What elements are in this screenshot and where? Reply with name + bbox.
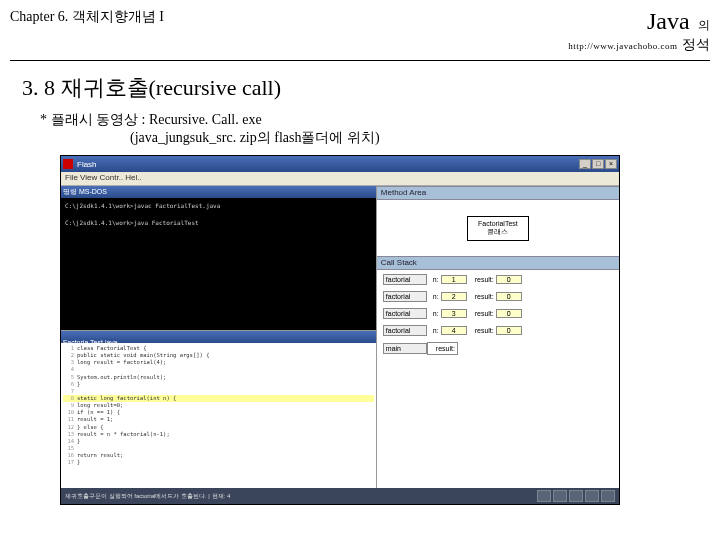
- main-frame: main result:: [383, 342, 613, 355]
- nav-first-button[interactable]: [537, 490, 551, 502]
- close-button[interactable]: ×: [605, 159, 617, 169]
- code-line: 2 public static void main(String args[])…: [63, 352, 374, 359]
- minimize-button[interactable]: _: [579, 159, 591, 169]
- code-line: 16 return result;: [63, 452, 374, 459]
- editor-body: 1class FactorialTest {2 public static vo…: [61, 343, 376, 488]
- app-content: 명령 MS-DOS C:\j2sdk1.4.1\work>javac Facto…: [61, 186, 619, 488]
- code-line: 1class FactorialTest {: [63, 345, 374, 352]
- call-stack-body: factorialn:1result:0factorialn:2result:0…: [377, 270, 619, 488]
- java-logo-text: Java: [647, 8, 690, 34]
- editor-window: Factoria Test.java 1class FactorialTest …: [61, 331, 376, 488]
- code-line: 17 }: [63, 459, 374, 466]
- url-text: http://www.javachobo.com: [568, 41, 677, 51]
- slide-header: Chapter 6. 객체지향개념 I Java 의 http://www.ja…: [0, 0, 720, 60]
- code-line: 3 long result = factorial(4);: [63, 359, 374, 366]
- nav-last-button[interactable]: [585, 490, 599, 502]
- jeongseok-text: 정석: [682, 37, 710, 52]
- app-icon: [63, 159, 73, 169]
- code-line: 4: [63, 366, 374, 373]
- code-line: 12 } else {: [63, 424, 374, 431]
- stack-frame: factorialn:3result:0: [383, 308, 613, 319]
- console-window: 명령 MS-DOS C:\j2sdk1.4.1\work>javac Facto…: [61, 186, 376, 331]
- code-line: 8 static long factorial(int n) {: [63, 395, 374, 402]
- code-line: 14 }: [63, 438, 374, 445]
- code-line: 9 long result=0;: [63, 402, 374, 409]
- flash-sub: (java_jungsuk_src. zip의 flash폴더에 위치): [130, 129, 720, 147]
- code-line: 11 result = 1;: [63, 416, 374, 423]
- code-line: 10 if (n == 1) {: [63, 409, 374, 416]
- flash-app-screenshot: Flash _ □ × File View Contr.. Hel.. 명령 M…: [60, 155, 620, 505]
- class-box: FactorialTest 클래스: [467, 216, 529, 241]
- code-line: 5 System.out.println(result);: [63, 374, 374, 381]
- class-name: FactorialTest: [478, 220, 518, 227]
- stack-frame: factorialn:2result:0: [383, 291, 613, 302]
- method-area-title: Method Area: [377, 186, 619, 200]
- app-titlebar: Flash _ □ ×: [61, 156, 619, 172]
- code-line: 6 }: [63, 381, 374, 388]
- call-stack-title: Call Stack: [377, 256, 619, 270]
- flash-note: * 플래시 동영상 : Recursive. Call. exe: [40, 111, 720, 129]
- code-line: 7: [63, 388, 374, 395]
- call-stack-panel: Call Stack factorialn:1result:0factorial…: [377, 256, 619, 488]
- stack-frame: factorialn:1result:0: [383, 274, 613, 285]
- method-area-body: FactorialTest 클래스: [377, 200, 619, 256]
- right-pane: Method Area FactorialTest 클래스 Call Stack…: [377, 186, 619, 488]
- menubar[interactable]: File View Contr.. Hel..: [61, 172, 619, 186]
- left-pane: 명령 MS-DOS C:\j2sdk1.4.1\work>javac Facto…: [61, 186, 377, 488]
- app-title: Flash: [77, 160, 578, 169]
- section-title: 3. 8 재귀호출(recursive call): [22, 73, 720, 103]
- nav-prev-button[interactable]: [553, 490, 567, 502]
- code-line: 13 result = n * factorial(n-1);: [63, 431, 374, 438]
- editor-titlebar: Factoria Test.java: [61, 331, 376, 343]
- maximize-button[interactable]: □: [592, 159, 604, 169]
- console-title: 명령 MS-DOS: [63, 187, 107, 197]
- code-line: 15: [63, 445, 374, 452]
- console-titlebar: 명령 MS-DOS: [61, 186, 376, 198]
- chapter-label: Chapter 6. 객체지향개념 I: [10, 8, 164, 26]
- class-label: 클래스: [478, 227, 518, 237]
- divider: [10, 60, 710, 61]
- console-body: C:\j2sdk1.4.1\work>javac FactorialTest.j…: [61, 198, 376, 330]
- nav-next-button[interactable]: [569, 490, 583, 502]
- brand-block: Java 의 http://www.javachobo.com 정석: [568, 8, 710, 54]
- eui-text: 의: [698, 18, 710, 32]
- bottom-text: 재귀호출구문이 실행되어 factorial메서드가 호출된다. | 현재: 4: [65, 492, 535, 501]
- stack-frame: factorialn:4result:0: [383, 325, 613, 336]
- nav-home-button[interactable]: [601, 490, 615, 502]
- bottom-bar: 재귀호출구문이 실행되어 factorial메서드가 호출된다. | 현재: 4: [61, 488, 619, 504]
- method-area-panel: Method Area FactorialTest 클래스: [377, 186, 619, 256]
